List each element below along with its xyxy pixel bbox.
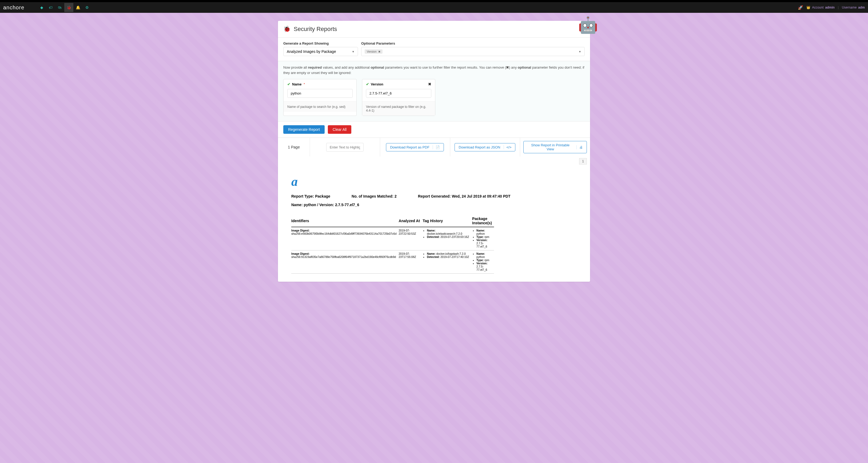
navbar: anchore ◆ 🏷 🛍 🐞 🔔 ⚙ 🚀 👑 Account admin | … (0, 2, 868, 13)
report-generated: Report Generated: Wed, 24 Jul 2019 at 09… (418, 194, 510, 198)
version-hint: Version of named package to filter on (e… (362, 102, 435, 116)
account-label: Account (812, 6, 824, 9)
report-table: Identifiers Analyzed At Tag History Pack… (291, 215, 494, 274)
username-info[interactable]: Username adm (842, 6, 865, 9)
username-label: Username (842, 6, 857, 9)
caret-down-icon: ▼ (352, 50, 354, 53)
highlight-input[interactable] (326, 143, 364, 152)
account-value: admin (825, 6, 834, 9)
table-row: Image Digest:sha256:91323af835e7a86788e7… (291, 251, 494, 274)
bug-icon[interactable]: 🐞 (64, 3, 73, 12)
mascot-image: 🤖 (578, 16, 598, 34)
bell-icon[interactable]: 🔔 (73, 3, 83, 12)
report-logo: a (291, 174, 577, 189)
gear-icon[interactable]: ⚙ (83, 3, 92, 12)
regenerate-button[interactable]: Regenerate Report (283, 125, 324, 134)
param-version-label: Version (371, 82, 383, 86)
printable-view-button[interactable]: Show Report in Printable View 🖨 (523, 141, 587, 153)
print-icon: 🖨 (577, 145, 583, 149)
version-input[interactable] (366, 89, 431, 98)
page-count: 1 Page (288, 145, 300, 149)
report-type: Report Type: Package (291, 194, 330, 198)
required-star: * (304, 83, 305, 86)
chip-remove-icon[interactable]: ✖ (378, 50, 380, 53)
images-matched: No. of Images Matched: 2 (351, 194, 397, 198)
col-identifiers: Identifiers (291, 215, 399, 227)
security-icon: 🐞 (283, 26, 290, 33)
instructions-text: Now provide all required values, and add… (278, 61, 590, 79)
clear-all-button[interactable]: Clear All (328, 125, 351, 134)
report-type-value: Analyzed Images by Package (287, 49, 336, 54)
package-icon[interactable]: 🛍 (55, 3, 64, 12)
close-icon[interactable]: ✖ (428, 82, 431, 86)
username-value: adm (858, 6, 865, 9)
code-icon: </> (504, 145, 512, 149)
page-number-badge[interactable]: 1 (579, 158, 587, 165)
page-title: Security Reports (294, 26, 337, 33)
param-card-version: ✔ Version ✖ Version of named package to … (362, 79, 435, 116)
pdf-icon: 📄 (433, 145, 440, 149)
check-icon: ✔ (366, 82, 369, 86)
download-json-button[interactable]: Download Report as JSON </> (455, 143, 515, 151)
optional-label: Optional Parameters (361, 41, 585, 46)
col-tag-history: Tag History (423, 215, 472, 227)
col-package-instances: Package Instance(s) (472, 215, 494, 227)
param-card-name: ✔ Name * Name of package to search for (… (283, 79, 356, 116)
report-type-dropdown[interactable]: Analyzed Images by Package ▼ (283, 47, 358, 56)
name-hint: Name of package to search for (e.g. sed) (284, 102, 356, 112)
account-info[interactable]: 👑 Account admin (806, 6, 835, 9)
report-subtitle: Name: python / Version: 2.7.5-77.el7_6 (291, 203, 577, 207)
dashboard-icon[interactable]: ◆ (37, 3, 46, 12)
rocket-icon: 🚀 (798, 5, 803, 10)
download-pdf-button[interactable]: Download Report as PDF 📄 (386, 143, 443, 151)
table-row: Image Digest:sha256:e560b0675f0b9fec164d… (291, 227, 494, 251)
tags-icon[interactable]: 🏷 (46, 3, 55, 12)
optional-params-dropdown[interactable]: Version ✖ ▼ (361, 47, 585, 56)
version-chip[interactable]: Version ✖ (365, 49, 382, 54)
col-analyzed: Analyzed At (399, 215, 423, 227)
caret-down-icon: ▼ (579, 50, 581, 53)
check-icon: ✔ (287, 82, 290, 86)
generate-label: Generate a Report Showing (283, 41, 358, 46)
param-name-label: Name (292, 82, 302, 86)
brand-logo: anchore (3, 4, 24, 11)
name-input[interactable] (287, 89, 353, 98)
